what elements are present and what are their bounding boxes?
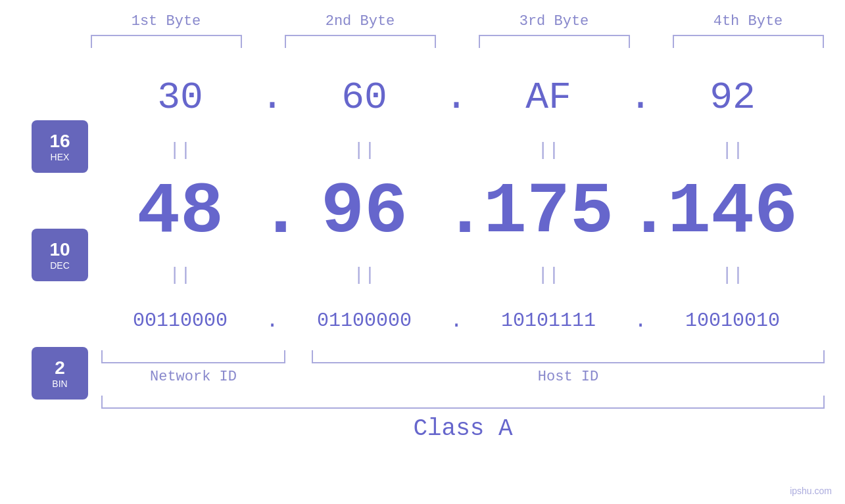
bin-dot-1: . — [259, 309, 285, 333]
dec-dot-1: . — [259, 172, 285, 254]
hex-val-2: 60 — [285, 76, 443, 119]
bracket-top-1 — [91, 35, 242, 48]
main-container: 1st Byte 2nd Byte 3rd Byte 4th Byte 16 H… — [0, 0, 845, 504]
equals-row-1: || || || || — [101, 133, 825, 166]
hex-val-1: 30 — [101, 76, 259, 119]
dec-badge-label: DEC — [50, 260, 70, 271]
hex-badge: 16 HEX — [32, 120, 88, 173]
bracket-network — [101, 350, 285, 363]
hex-row: 30 . 60 . AF . 92 — [101, 61, 825, 133]
equals-6: || — [285, 265, 443, 285]
class-label: Class A — [101, 415, 825, 442]
equals-2: || — [285, 140, 443, 160]
hex-badge-num: 16 — [49, 131, 70, 152]
dec-row: 48 . 96 . 175 . 146 — [101, 166, 825, 258]
bin-dot-2: . — [443, 309, 470, 333]
hex-badge-label: HEX — [51, 152, 70, 162]
bin-val-4: 10010010 — [654, 309, 811, 332]
dec-badge: 10 DEC — [32, 229, 88, 281]
bin-badge-num: 2 — [55, 357, 65, 378]
dec-badge-num: 10 — [49, 239, 70, 260]
base-badges: 16 HEX 10 DEC 2 BIN — [0, 61, 88, 400]
hex-val-3: AF — [470, 76, 627, 119]
bracket-class — [101, 396, 825, 409]
equals-1: || — [101, 140, 259, 160]
bin-val-1: 00110000 — [101, 309, 259, 332]
class-section: Class A — [101, 396, 825, 442]
byte-headers: 1st Byte 2nd Byte 3rd Byte 4th Byte — [69, 13, 845, 30]
equals-3: || — [470, 140, 627, 160]
id-labels-row: Network ID Host ID — [101, 369, 825, 385]
bin-badge: 2 BIN — [32, 347, 88, 400]
top-brackets — [69, 35, 845, 48]
byte-label-3: 3rd Byte — [466, 13, 643, 30]
bin-badge-label: BIN — [52, 378, 67, 389]
equals-row-2: || || || || — [101, 258, 825, 291]
byte-label-4: 4th Byte — [660, 13, 837, 30]
hex-val-4: 92 — [654, 76, 811, 119]
dec-val-4: 146 — [654, 176, 811, 248]
bracket-host — [312, 350, 825, 363]
dec-dot-3: . — [627, 172, 654, 254]
bracket-spacer — [285, 350, 312, 363]
dot-3: . — [627, 75, 654, 120]
host-id-label: Host ID — [312, 369, 825, 385]
bracket-top-3 — [479, 35, 630, 48]
bin-val-2: 01100000 — [285, 309, 443, 332]
byte-label-1: 1st Byte — [78, 13, 255, 30]
byte-label-2: 2nd Byte — [272, 13, 449, 30]
bracket-top-2 — [285, 35, 436, 48]
id-spacer — [285, 369, 312, 385]
dot-1: . — [259, 75, 285, 120]
bin-val-3: 10101111 — [470, 309, 627, 332]
equals-4: || — [654, 140, 811, 160]
dec-val-3: 175 — [470, 176, 627, 248]
equals-5: || — [101, 265, 259, 285]
equals-8: || — [654, 265, 811, 285]
dec-dot-2: . — [443, 172, 470, 254]
bottom-section: Network ID Host ID Class A — [101, 350, 825, 442]
dot-2: . — [443, 75, 470, 120]
watermark: ipshu.com — [790, 486, 832, 496]
network-id-label: Network ID — [101, 369, 285, 385]
equals-7: || — [470, 265, 627, 285]
dec-val-1: 48 — [101, 176, 259, 248]
bracket-bottom-row — [101, 350, 825, 363]
bin-dot-3: . — [627, 309, 654, 333]
bracket-top-4 — [673, 35, 824, 48]
bin-row: 00110000 . 01100000 . 10101111 . 1001001… — [101, 291, 825, 350]
dec-val-2: 96 — [285, 176, 443, 248]
